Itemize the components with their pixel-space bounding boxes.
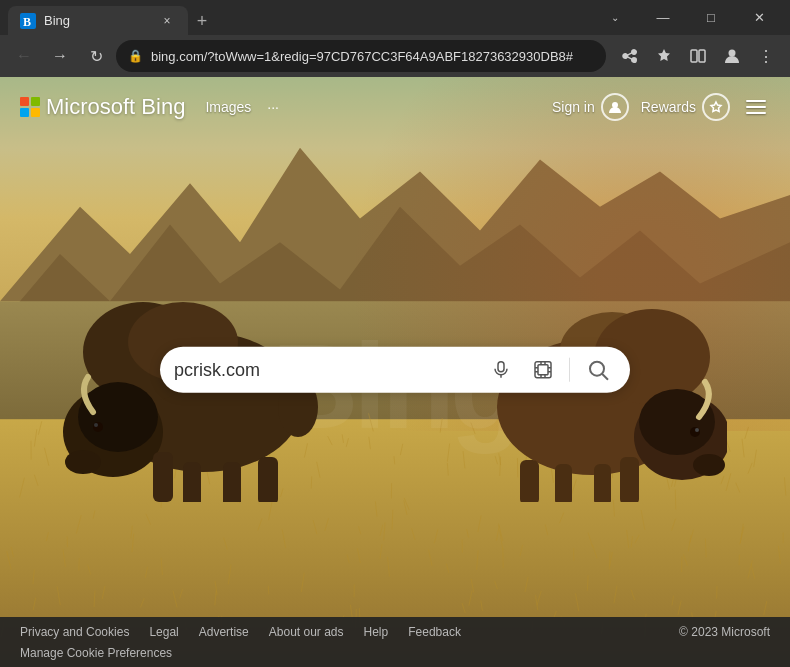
voice-search-button[interactable] bbox=[485, 354, 517, 386]
svg-rect-14 bbox=[183, 462, 201, 502]
search-divider bbox=[569, 358, 570, 382]
footer-bottom: Manage Cookie Preferences bbox=[20, 643, 770, 661]
svg-rect-16 bbox=[258, 457, 278, 502]
svg-text:B: B bbox=[23, 15, 31, 29]
tab-title: Bing bbox=[44, 13, 70, 28]
svg-point-43 bbox=[590, 362, 604, 376]
close-button[interactable]: ✕ bbox=[736, 3, 782, 33]
url-display: bing.com/?toWww=1&redig=97CD767CC3F64A9A… bbox=[151, 49, 594, 64]
nav-more-button[interactable]: ··· bbox=[267, 99, 279, 115]
svg-rect-28 bbox=[555, 464, 572, 502]
hamburger-menu-button[interactable] bbox=[742, 93, 770, 121]
svg-rect-31 bbox=[498, 362, 504, 372]
microsoft-grid-icon bbox=[20, 97, 40, 117]
reload-button[interactable]: ↻ bbox=[80, 40, 112, 72]
lock-icon: 🔒 bbox=[128, 49, 143, 63]
footer-copyright: © 2023 Microsoft bbox=[679, 625, 770, 639]
minimize-button[interactable]: — bbox=[640, 3, 686, 33]
share-button[interactable] bbox=[614, 40, 646, 72]
address-bar[interactable]: 🔒 bing.com/?toWww=1&redig=97CD767CC3F64A… bbox=[116, 40, 606, 72]
collapse-button[interactable]: ⌄ bbox=[592, 3, 638, 33]
svg-point-9 bbox=[78, 382, 158, 452]
footer-main-links: Privacy and Cookies Legal Advertise Abou… bbox=[20, 625, 770, 639]
footer-link-help[interactable]: Help bbox=[364, 625, 389, 639]
footer-link-privacy[interactable]: Privacy and Cookies bbox=[20, 625, 129, 639]
search-container bbox=[160, 347, 630, 393]
footer-link-feedback[interactable]: Feedback bbox=[408, 625, 461, 639]
rewards-label: Rewards bbox=[641, 99, 696, 115]
svg-point-11 bbox=[94, 423, 98, 427]
svg-rect-2 bbox=[691, 50, 697, 62]
tab-close-button[interactable]: × bbox=[158, 12, 176, 30]
svg-rect-15 bbox=[223, 462, 241, 502]
maximize-button[interactable]: □ bbox=[688, 3, 734, 33]
footer-link-about-ads[interactable]: About our ads bbox=[269, 625, 344, 639]
new-tab-button[interactable]: + bbox=[188, 7, 216, 35]
hamburger-line-3 bbox=[746, 112, 766, 114]
bing-header: Microsoft Bing Images ··· Sign in Reward… bbox=[0, 77, 790, 137]
visual-search-button[interactable] bbox=[527, 354, 559, 386]
tab-favicon: B bbox=[20, 13, 36, 29]
svg-rect-3 bbox=[699, 50, 705, 62]
svg-rect-13 bbox=[153, 452, 173, 502]
footer-link-advertise[interactable]: Advertise bbox=[199, 625, 249, 639]
active-tab[interactable]: B Bing × bbox=[8, 6, 188, 35]
nav-link-images[interactable]: Images bbox=[205, 99, 251, 115]
hamburger-line-2 bbox=[746, 106, 766, 108]
bing-nav-links: Images ··· bbox=[205, 99, 279, 115]
bing-logo[interactable]: Microsoft Bing bbox=[20, 94, 185, 120]
search-input[interactable] bbox=[174, 359, 475, 380]
rewards-icon bbox=[702, 93, 730, 121]
svg-point-22 bbox=[639, 389, 715, 455]
browser-content: Bing bbox=[0, 77, 790, 667]
svg-line-44 bbox=[602, 374, 608, 380]
forward-button[interactable]: → bbox=[44, 40, 76, 72]
sign-in-icon bbox=[601, 93, 629, 121]
bing-logo-text: Microsoft Bing bbox=[46, 94, 185, 120]
svg-rect-34 bbox=[538, 365, 548, 375]
footer-link-cookie-preferences[interactable]: Manage Cookie Preferences bbox=[20, 646, 172, 660]
rewards-button[interactable]: Rewards bbox=[641, 93, 730, 121]
profile-button[interactable] bbox=[716, 40, 748, 72]
bing-header-right: Sign in Rewards bbox=[552, 93, 770, 121]
svg-point-12 bbox=[65, 450, 101, 474]
search-submit-button[interactable] bbox=[580, 352, 616, 388]
svg-rect-27 bbox=[594, 464, 611, 502]
footer-link-legal[interactable]: Legal bbox=[149, 625, 178, 639]
hamburger-line-1 bbox=[746, 100, 766, 102]
bing-footer: Privacy and Cookies Legal Advertise Abou… bbox=[0, 617, 790, 667]
split-screen-button[interactable] bbox=[682, 40, 714, 72]
favorites-button[interactable] bbox=[648, 40, 680, 72]
sign-in-label: Sign in bbox=[552, 99, 595, 115]
svg-rect-26 bbox=[620, 457, 639, 502]
svg-point-10 bbox=[93, 422, 103, 432]
sign-in-button[interactable]: Sign in bbox=[552, 93, 629, 121]
svg-rect-29 bbox=[520, 460, 539, 502]
search-bar bbox=[160, 347, 630, 393]
settings-button[interactable]: ⋮ bbox=[750, 40, 782, 72]
svg-point-4 bbox=[729, 50, 736, 57]
back-button[interactable]: ← bbox=[8, 40, 40, 72]
